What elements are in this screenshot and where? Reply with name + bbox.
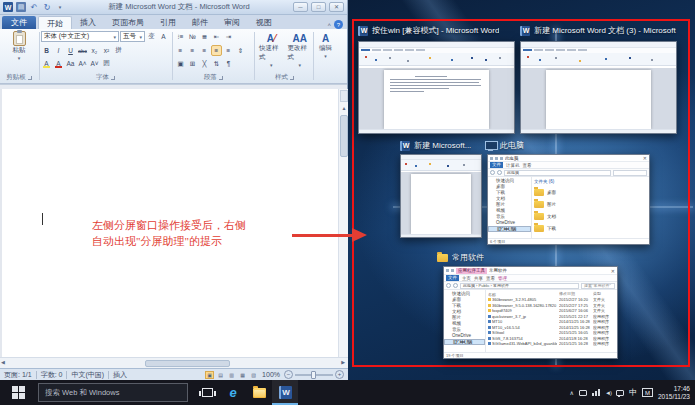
clear-formatting-icon[interactable]: 变 <box>146 31 157 42</box>
zoom-slider-thumb[interactable] <box>311 371 316 379</box>
line-spacing-icon[interactable]: ⇕ <box>235 45 246 56</box>
word-taskbar-button[interactable]: W <box>272 380 298 405</box>
snap-thumbnail-word-3[interactable] <box>400 154 482 238</box>
snap-thumbnail-word-1[interactable] <box>358 41 515 134</box>
tab-view[interactable]: 视图 <box>248 16 280 29</box>
editing-button[interactable]: A 编辑▾ <box>319 33 332 59</box>
task-view-button[interactable] <box>194 380 220 405</box>
taskbar-search-input[interactable] <box>38 383 188 402</box>
view-outline-icon[interactable]: ▦ <box>238 371 247 379</box>
font-name-select[interactable]: 宋体 (中文正文)▾ <box>41 31 119 42</box>
scroll-right-icon[interactable]: ▶ <box>341 359 345 365</box>
snap-thumbnail-word-2[interactable] <box>520 41 677 134</box>
redo-icon[interactable]: ↻ <box>42 2 52 12</box>
status-word-count[interactable]: 字数: 0 <box>41 370 63 380</box>
quick-styles-button[interactable]: A⁄ 快速样式▾ <box>259 33 284 68</box>
shading-icon[interactable]: ▣ <box>175 58 186 69</box>
font-size-select[interactable]: 五号▾ <box>120 31 145 42</box>
bullets-icon[interactable]: ⁝≡ <box>175 31 186 42</box>
change-case-icon[interactable]: Aa <box>65 58 76 69</box>
scrollbar-thumb[interactable] <box>340 115 348 157</box>
tab-page-layout[interactable]: 页面布局 <box>104 16 152 29</box>
align-right-icon[interactable]: ≡ <box>199 45 210 56</box>
tab-file[interactable]: 文件 <box>2 16 36 29</box>
thumb-file-area: 文件夹 (6) 桌面 图片 文档 下载 <box>532 177 649 238</box>
multilevel-list-icon[interactable]: ≣ <box>199 31 210 42</box>
dialog-launcher-icon[interactable] <box>111 76 115 80</box>
bold-button[interactable]: B <box>41 45 52 56</box>
maximize-button[interactable]: □ <box>311 2 326 12</box>
dialog-launcher-icon[interactable] <box>290 76 294 80</box>
tab-mailings[interactable]: 邮件 <box>184 16 216 29</box>
asian-layout-icon[interactable]: ╳ <box>199 58 210 69</box>
show-hidden-icons-icon[interactable]: ∧ <box>570 389 574 396</box>
action-center-icon[interactable] <box>616 390 624 396</box>
network-icon[interactable] <box>592 389 600 396</box>
status-insert-mode[interactable]: 插入 <box>113 370 127 380</box>
grow-font-icon[interactable]: A˄ <box>77 58 88 69</box>
dialog-launcher-icon[interactable] <box>28 76 32 80</box>
minimize-ribbon-icon[interactable]: ˄ <box>327 22 331 28</box>
underline-button[interactable]: U <box>65 45 76 56</box>
font-color-icon[interactable]: A <box>53 58 64 69</box>
strikethrough-button[interactable]: abc <box>77 45 88 56</box>
distribute-icon[interactable]: ≡ <box>223 45 234 56</box>
ime-mode-indicator[interactable]: M <box>642 388 653 397</box>
edge-button[interactable]: e <box>220 380 246 405</box>
status-language[interactable]: 中文(中国) <box>71 370 104 380</box>
view-print-layout-icon[interactable]: ▣ <box>205 371 214 379</box>
minimize-button[interactable]: ─ <box>293 2 308 12</box>
zoom-level[interactable]: 100% <box>262 371 280 378</box>
numbering-icon[interactable]: № <box>187 31 198 42</box>
scroll-up-icon[interactable]: ▲ <box>340 104 348 113</box>
tab-insert[interactable]: 插入 <box>72 16 104 29</box>
align-left-icon[interactable]: ≡ <box>175 45 186 56</box>
shrink-font-icon[interactable]: A˅ <box>89 58 100 69</box>
horizontal-scrollbar[interactable]: ◀ ▶ <box>0 357 348 368</box>
snap-thumbnail-this-pc[interactable]: 此电脑 ✕ 文件 计算机 查看 此电脑 快速访问 桌面 下载 文档 <box>487 154 650 245</box>
file-explorer-button[interactable] <box>246 380 272 405</box>
view-web-icon[interactable]: ▥ <box>227 371 236 379</box>
phonetic-guide-icon[interactable]: 拼 <box>113 45 124 56</box>
vertical-scrollbar[interactable]: ▲ <box>338 89 348 357</box>
borders-icon[interactable]: ⊞ <box>187 58 198 69</box>
taskbar-clock[interactable]: 17:46 2015/11/23 <box>658 385 690 401</box>
align-center-icon[interactable]: ≡ <box>187 45 198 56</box>
italic-button[interactable]: I <box>53 45 64 56</box>
decrease-indent-icon[interactable]: ⇤ <box>211 31 222 42</box>
sort-icon[interactable]: ⇅ <box>211 58 222 69</box>
volume-icon[interactable]: ◄) <box>605 390 611 396</box>
subscript-button[interactable]: x₂ <box>89 45 100 56</box>
justify-icon[interactable]: ≡ <box>211 45 222 56</box>
enclose-characters-icon[interactable]: 囲 <box>101 58 112 69</box>
help-icon[interactable]: ? <box>334 20 343 29</box>
start-button[interactable] <box>0 380 36 405</box>
increase-indent-icon[interactable]: ⇥ <box>223 31 234 42</box>
show-marks-icon[interactable]: ¶ <box>223 58 234 69</box>
superscript-button[interactable]: x² <box>101 45 112 56</box>
save-icon[interactable]: ▤ <box>16 2 26 12</box>
character-border-icon[interactable]: A <box>158 31 169 42</box>
scrollbar-thumb[interactable] <box>145 360 230 367</box>
zoom-out-icon[interactable]: − <box>284 370 293 379</box>
paste-button[interactable]: 粘贴▾ <box>2 31 36 61</box>
zoom-slider[interactable] <box>295 374 333 376</box>
tab-home[interactable]: 开始 <box>38 16 72 29</box>
view-fullscreen-icon[interactable]: ▤ <box>216 371 225 379</box>
ruler-toggle-icon[interactable] <box>340 90 348 102</box>
tab-references[interactable]: 引用 <box>152 16 184 29</box>
change-styles-button[interactable]: AA 更改样式▾ <box>288 33 313 68</box>
zoom-in-icon[interactable]: + <box>335 370 344 379</box>
status-page[interactable]: 页面: 1/1 <box>4 370 32 380</box>
tab-review[interactable]: 审阅 <box>216 16 248 29</box>
close-button[interactable]: ✕ <box>329 2 344 12</box>
scroll-left-icon[interactable]: ◀ <box>1 359 5 365</box>
dialog-launcher-icon[interactable] <box>219 76 223 80</box>
snap-thumbnail-folder[interactable]: 应用程序工具 常用软件 ✕ 文件 主页 共享 查看 管理 此电脑 › Publi… <box>443 266 618 359</box>
undo-icon[interactable]: ↶ <box>29 2 39 12</box>
quick-access-dropdown-icon[interactable]: ▾ <box>55 2 65 12</box>
view-draft-icon[interactable]: ▧ <box>249 371 258 379</box>
touch-keyboard-icon[interactable] <box>579 390 587 396</box>
ime-language-indicator[interactable]: 中 <box>629 387 637 398</box>
highlight-color-icon[interactable]: A <box>41 58 52 69</box>
